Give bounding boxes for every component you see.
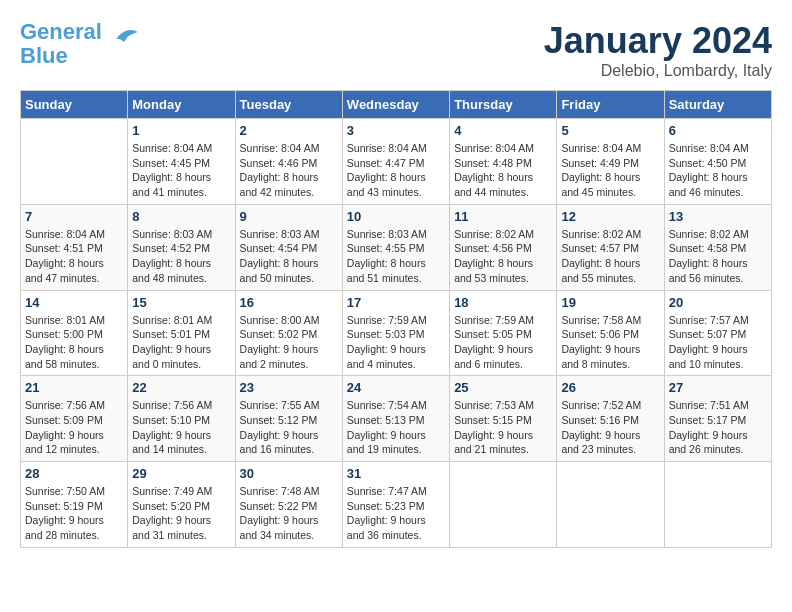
day-info: Sunrise: 7:48 AMSunset: 5:22 PMDaylight:… (240, 484, 338, 543)
calendar-cell (21, 119, 128, 205)
day-info: Sunrise: 8:00 AMSunset: 5:02 PMDaylight:… (240, 313, 338, 372)
day-number: 27 (669, 380, 767, 395)
day-info: Sunrise: 7:47 AMSunset: 5:23 PMDaylight:… (347, 484, 445, 543)
day-number: 7 (25, 209, 123, 224)
day-number: 1 (132, 123, 230, 138)
day-number: 6 (669, 123, 767, 138)
day-number: 22 (132, 380, 230, 395)
day-number: 3 (347, 123, 445, 138)
calendar-cell: 30Sunrise: 7:48 AMSunset: 5:22 PMDayligh… (235, 462, 342, 548)
calendar-cell: 13Sunrise: 8:02 AMSunset: 4:58 PMDayligh… (664, 204, 771, 290)
day-info: Sunrise: 8:02 AMSunset: 4:58 PMDaylight:… (669, 227, 767, 286)
calendar-header-row: SundayMondayTuesdayWednesdayThursdayFrid… (21, 91, 772, 119)
day-info: Sunrise: 8:02 AMSunset: 4:57 PMDaylight:… (561, 227, 659, 286)
day-info: Sunrise: 8:03 AMSunset: 4:54 PMDaylight:… (240, 227, 338, 286)
day-number: 30 (240, 466, 338, 481)
calendar-cell: 14Sunrise: 8:01 AMSunset: 5:00 PMDayligh… (21, 290, 128, 376)
day-number: 23 (240, 380, 338, 395)
logo: GeneralBlue (20, 20, 141, 68)
logo-text: GeneralBlue (20, 20, 102, 68)
column-header-wednesday: Wednesday (342, 91, 449, 119)
day-number: 19 (561, 295, 659, 310)
day-info: Sunrise: 8:02 AMSunset: 4:56 PMDaylight:… (454, 227, 552, 286)
calendar-cell: 16Sunrise: 8:00 AMSunset: 5:02 PMDayligh… (235, 290, 342, 376)
day-info: Sunrise: 8:03 AMSunset: 4:55 PMDaylight:… (347, 227, 445, 286)
day-number: 11 (454, 209, 552, 224)
day-info: Sunrise: 7:55 AMSunset: 5:12 PMDaylight:… (240, 398, 338, 457)
calendar-cell (664, 462, 771, 548)
calendar-cell: 28Sunrise: 7:50 AMSunset: 5:19 PMDayligh… (21, 462, 128, 548)
day-info: Sunrise: 8:01 AMSunset: 5:01 PMDaylight:… (132, 313, 230, 372)
calendar-cell: 5Sunrise: 8:04 AMSunset: 4:49 PMDaylight… (557, 119, 664, 205)
day-number: 17 (347, 295, 445, 310)
day-info: Sunrise: 7:51 AMSunset: 5:17 PMDaylight:… (669, 398, 767, 457)
day-number: 21 (25, 380, 123, 395)
calendar-cell: 15Sunrise: 8:01 AMSunset: 5:01 PMDayligh… (128, 290, 235, 376)
calendar-week-row: 14Sunrise: 8:01 AMSunset: 5:00 PMDayligh… (21, 290, 772, 376)
day-info: Sunrise: 7:49 AMSunset: 5:20 PMDaylight:… (132, 484, 230, 543)
calendar-cell: 11Sunrise: 8:02 AMSunset: 4:56 PMDayligh… (450, 204, 557, 290)
column-header-sunday: Sunday (21, 91, 128, 119)
day-number: 18 (454, 295, 552, 310)
calendar-cell (450, 462, 557, 548)
day-number: 4 (454, 123, 552, 138)
day-number: 24 (347, 380, 445, 395)
calendar-cell: 7Sunrise: 8:04 AMSunset: 4:51 PMDaylight… (21, 204, 128, 290)
calendar-cell: 8Sunrise: 8:03 AMSunset: 4:52 PMDaylight… (128, 204, 235, 290)
day-info: Sunrise: 8:04 AMSunset: 4:47 PMDaylight:… (347, 141, 445, 200)
day-info: Sunrise: 7:50 AMSunset: 5:19 PMDaylight:… (25, 484, 123, 543)
day-number: 15 (132, 295, 230, 310)
day-info: Sunrise: 7:59 AMSunset: 5:05 PMDaylight:… (454, 313, 552, 372)
day-number: 2 (240, 123, 338, 138)
calendar-cell: 23Sunrise: 7:55 AMSunset: 5:12 PMDayligh… (235, 376, 342, 462)
calendar-cell: 25Sunrise: 7:53 AMSunset: 5:15 PMDayligh… (450, 376, 557, 462)
day-number: 8 (132, 209, 230, 224)
day-number: 13 (669, 209, 767, 224)
column-header-saturday: Saturday (664, 91, 771, 119)
day-number: 25 (454, 380, 552, 395)
calendar-cell: 2Sunrise: 8:04 AMSunset: 4:46 PMDaylight… (235, 119, 342, 205)
day-info: Sunrise: 8:01 AMSunset: 5:00 PMDaylight:… (25, 313, 123, 372)
calendar-week-row: 1Sunrise: 8:04 AMSunset: 4:45 PMDaylight… (21, 119, 772, 205)
day-info: Sunrise: 7:58 AMSunset: 5:06 PMDaylight:… (561, 313, 659, 372)
calendar-cell: 9Sunrise: 8:03 AMSunset: 4:54 PMDaylight… (235, 204, 342, 290)
day-number: 16 (240, 295, 338, 310)
day-number: 26 (561, 380, 659, 395)
calendar-week-row: 7Sunrise: 8:04 AMSunset: 4:51 PMDaylight… (21, 204, 772, 290)
day-info: Sunrise: 8:04 AMSunset: 4:49 PMDaylight:… (561, 141, 659, 200)
calendar-week-row: 21Sunrise: 7:56 AMSunset: 5:09 PMDayligh… (21, 376, 772, 462)
calendar-table: SundayMondayTuesdayWednesdayThursdayFrid… (20, 90, 772, 548)
calendar-cell: 17Sunrise: 7:59 AMSunset: 5:03 PMDayligh… (342, 290, 449, 376)
month-title: January 2024 (544, 20, 772, 62)
day-number: 14 (25, 295, 123, 310)
calendar-week-row: 28Sunrise: 7:50 AMSunset: 5:19 PMDayligh… (21, 462, 772, 548)
day-info: Sunrise: 8:04 AMSunset: 4:48 PMDaylight:… (454, 141, 552, 200)
day-number: 31 (347, 466, 445, 481)
day-info: Sunrise: 8:03 AMSunset: 4:52 PMDaylight:… (132, 227, 230, 286)
day-info: Sunrise: 7:56 AMSunset: 5:09 PMDaylight:… (25, 398, 123, 457)
location-title: Delebio, Lombardy, Italy (544, 62, 772, 80)
calendar-cell: 12Sunrise: 8:02 AMSunset: 4:57 PMDayligh… (557, 204, 664, 290)
day-info: Sunrise: 7:53 AMSunset: 5:15 PMDaylight:… (454, 398, 552, 457)
calendar-cell: 22Sunrise: 7:56 AMSunset: 5:10 PMDayligh… (128, 376, 235, 462)
column-header-monday: Monday (128, 91, 235, 119)
logo-bird-icon (106, 24, 141, 54)
calendar-cell: 4Sunrise: 8:04 AMSunset: 4:48 PMDaylight… (450, 119, 557, 205)
title-area: January 2024 Delebio, Lombardy, Italy (544, 20, 772, 80)
day-info: Sunrise: 7:54 AMSunset: 5:13 PMDaylight:… (347, 398, 445, 457)
calendar-cell: 24Sunrise: 7:54 AMSunset: 5:13 PMDayligh… (342, 376, 449, 462)
calendar-cell: 20Sunrise: 7:57 AMSunset: 5:07 PMDayligh… (664, 290, 771, 376)
day-info: Sunrise: 8:04 AMSunset: 4:50 PMDaylight:… (669, 141, 767, 200)
day-info: Sunrise: 8:04 AMSunset: 4:45 PMDaylight:… (132, 141, 230, 200)
calendar-cell: 6Sunrise: 8:04 AMSunset: 4:50 PMDaylight… (664, 119, 771, 205)
day-number: 29 (132, 466, 230, 481)
calendar-cell: 18Sunrise: 7:59 AMSunset: 5:05 PMDayligh… (450, 290, 557, 376)
day-number: 5 (561, 123, 659, 138)
calendar-cell: 1Sunrise: 8:04 AMSunset: 4:45 PMDaylight… (128, 119, 235, 205)
day-info: Sunrise: 8:04 AMSunset: 4:51 PMDaylight:… (25, 227, 123, 286)
calendar-cell: 29Sunrise: 7:49 AMSunset: 5:20 PMDayligh… (128, 462, 235, 548)
calendar-cell: 31Sunrise: 7:47 AMSunset: 5:23 PMDayligh… (342, 462, 449, 548)
day-info: Sunrise: 8:04 AMSunset: 4:46 PMDaylight:… (240, 141, 338, 200)
column-header-tuesday: Tuesday (235, 91, 342, 119)
day-info: Sunrise: 7:57 AMSunset: 5:07 PMDaylight:… (669, 313, 767, 372)
